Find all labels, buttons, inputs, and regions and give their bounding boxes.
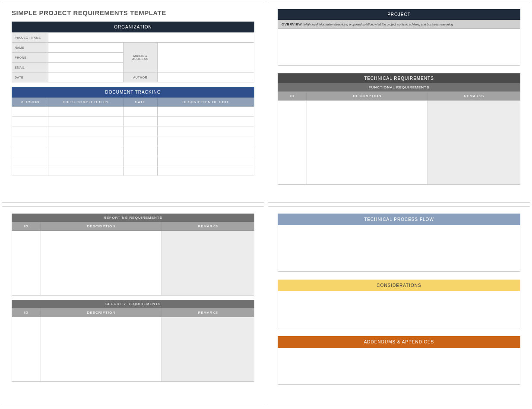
col-remarks: REMARKS [162, 222, 254, 231]
tracking-header: DOCUMENT TRACKING [12, 87, 254, 98]
label-date: DATE [12, 72, 48, 82]
reporting-columns: ID DESCRIPTION REMARKS [12, 222, 254, 231]
tracking-table: VERSION EDITS COMPLETED BY DATE DESCRIPT… [12, 98, 254, 176]
panel-project: PROJECT OVERVIEW | High-level informatio… [268, 2, 530, 203]
label-mailing-address: MAILING ADDRESS [124, 43, 158, 72]
overview-hint: High-level information describing propos… [304, 23, 453, 26]
table-row[interactable] [12, 136, 254, 146]
security-columns: ID DESCRIPTION REMARKS [12, 308, 254, 317]
label-project-name: PROJECT NAME [12, 33, 48, 43]
considerations-header: CONSIDERATIONS [278, 280, 520, 291]
overview-label: OVERVIEW [282, 22, 302, 26]
req-columns: ID DESCRIPTION REMARKS [278, 91, 520, 101]
tech-req-header: TECHNICAL REQUIREMENTS [278, 73, 520, 83]
organization-table: PROJECT NAME NAME MAILING ADDRESS PHONE … [12, 32, 254, 82]
organization-header: ORGANIZATION [12, 22, 254, 32]
func-req-body[interactable] [278, 101, 520, 185]
col-version: VERSION [12, 98, 48, 107]
overview-body[interactable] [278, 29, 520, 66]
flow-header: TECHNICAL PROCESS FLOW [278, 214, 520, 225]
col-remarks: REMARKS [162, 308, 254, 317]
considerations-body[interactable] [278, 291, 520, 328]
panel-reporting-security: REPORTING REQUIREMENTS ID DESCRIPTION RE… [2, 206, 264, 407]
col-remarks: REMARKS [428, 91, 520, 101]
table-row[interactable] [12, 107, 254, 116]
input-email[interactable] [48, 63, 124, 72]
table-row[interactable] [12, 126, 254, 136]
label-author: AUTHOR [124, 72, 158, 82]
overview-bar: OVERVIEW | High-level information descri… [278, 20, 520, 29]
col-edits-by: EDITS COMPLETED BY [48, 98, 124, 107]
table-row[interactable] [12, 116, 254, 126]
input-mailing-address[interactable] [157, 43, 254, 72]
input-date[interactable] [48, 72, 124, 82]
input-project-name[interactable] [48, 33, 254, 43]
security-header: SECURITY REQUIREMENTS [12, 300, 254, 308]
col-date: DATE [124, 98, 158, 107]
input-author[interactable] [157, 72, 254, 82]
reporting-body[interactable] [12, 231, 254, 296]
project-header: PROJECT [278, 9, 520, 20]
panel-flow-considerations: TECHNICAL PROCESS FLOW CONSIDERATIONS AD… [268, 206, 530, 407]
input-phone[interactable] [48, 53, 124, 63]
col-id: ID [12, 222, 41, 231]
page-title: SIMPLE PROJECT REQUIREMENTS TEMPLATE [12, 9, 254, 16]
addendums-body[interactable] [278, 348, 520, 385]
table-row[interactable] [12, 146, 254, 156]
label-name: NAME [12, 43, 48, 53]
col-desc: DESCRIPTION [41, 222, 162, 231]
reporting-header: REPORTING REQUIREMENTS [12, 214, 254, 222]
func-req-header: FUNCTIONAL REQUIREMENTS [278, 83, 520, 91]
col-id: ID [12, 308, 41, 317]
label-phone: PHONE [12, 53, 48, 63]
col-id: ID [278, 91, 307, 101]
panel-organization: SIMPLE PROJECT REQUIREMENTS TEMPLATE ORG… [2, 2, 264, 203]
label-email: EMAIL [12, 63, 48, 72]
input-name[interactable] [48, 43, 124, 53]
addendums-header: ADDENDUMS & APPENDICES [278, 336, 520, 348]
col-desc: DESCRIPTION [307, 91, 428, 101]
security-body[interactable] [12, 317, 254, 382]
table-row[interactable] [12, 156, 254, 166]
col-desc: DESCRIPTION [41, 308, 162, 317]
flow-body[interactable] [278, 225, 520, 272]
col-desc: DESCRIPTION OF EDIT [157, 98, 254, 107]
table-row[interactable] [12, 166, 254, 176]
